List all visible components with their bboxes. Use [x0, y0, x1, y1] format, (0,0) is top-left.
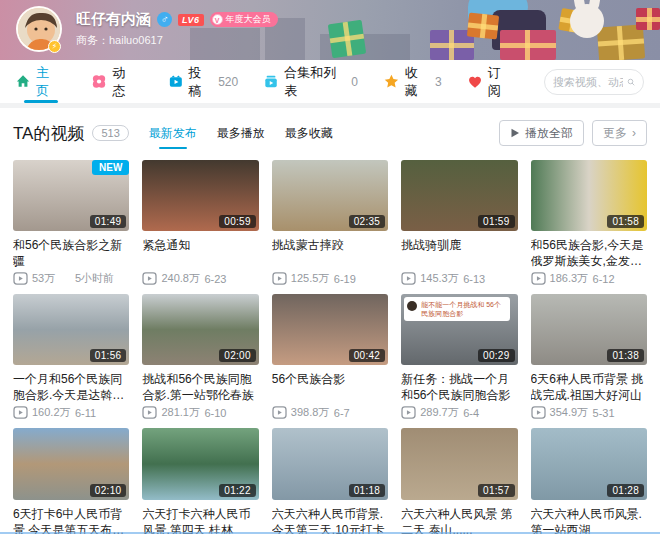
- video-card[interactable]: 01:58 和56民族合影,今天是俄罗斯族美女,金发碧眼 186.3万 6-12: [531, 160, 647, 286]
- video-meta: 53万 5小时前: [13, 271, 129, 286]
- video-card[interactable]: 01:56 一个月和56个民族同胞合影.今天是达斡尔族 160.2万 6-11: [13, 294, 129, 420]
- video-meta: 398.8万 6-7: [272, 405, 388, 420]
- tab-count: 520: [218, 75, 238, 89]
- view-count: 398.8万: [291, 405, 330, 420]
- play-count-icon: [401, 272, 416, 285]
- view-count: 186.3万: [550, 271, 589, 286]
- level-badge: LV6: [178, 14, 204, 26]
- video-card[interactable]: 02:35 挑战蒙古摔跤 125.5万 6-19: [272, 160, 388, 286]
- publish-date: 5小时前: [75, 271, 114, 286]
- video-title[interactable]: 六天六种人民风景 第二天 泰山......: [401, 506, 517, 534]
- duration-badge: 01:56: [90, 349, 127, 362]
- tab-favorites[interactable]: 收藏 3: [384, 60, 442, 103]
- video-thumbnail[interactable]: 02:35: [272, 160, 388, 231]
- video-title[interactable]: 和56民族合影,今天是俄罗斯族美女,金发碧眼: [531, 237, 647, 269]
- video-thumbnail[interactable]: 01:38: [531, 294, 647, 365]
- tab-collections-label: 合集和列表: [284, 64, 345, 100]
- video-meta: 186.3万 6-12: [531, 271, 647, 286]
- more-button[interactable]: 更多 ›: [592, 120, 647, 146]
- search-input[interactable]: [553, 76, 623, 88]
- play-all-button[interactable]: 播放全部: [499, 120, 584, 146]
- tab-collections[interactable]: 合集和列表 0: [264, 60, 358, 103]
- tab-subscriptions-label: 订阅: [488, 64, 512, 100]
- video-card[interactable]: 00:59 紧急通知 240.8万 6-23: [142, 160, 258, 286]
- video-title[interactable]: 新任务：挑战一个月和56个民族同胞合影: [401, 371, 517, 403]
- sort-most-favorited[interactable]: 最多收藏: [285, 125, 333, 142]
- video-thumbnail[interactable]: 01:28: [531, 428, 647, 500]
- sort-newest[interactable]: 最新发布: [149, 125, 197, 142]
- video-thumbnail[interactable]: 01:22: [142, 428, 258, 500]
- video-thumbnail[interactable]: 01:18: [272, 428, 388, 500]
- tab-subscriptions[interactable]: 订阅: [468, 60, 518, 103]
- tab-home[interactable]: 主页: [16, 60, 66, 103]
- play-count-icon: [401, 406, 416, 419]
- video-title[interactable]: 六天打卡六种人民币风景.第四天 桂林: [142, 506, 258, 534]
- gift-box-art: [467, 12, 499, 39]
- view-count: 53万: [32, 271, 55, 286]
- video-title[interactable]: 56个民族合影: [272, 371, 388, 403]
- sort-most-played[interactable]: 最多播放: [217, 125, 265, 142]
- video-title[interactable]: 紧急通知: [142, 237, 258, 269]
- video-thumbnail[interactable]: 00:42: [272, 294, 388, 365]
- duration-badge: 01:49: [90, 215, 127, 228]
- video-title[interactable]: 六天六种人民币背景.今天第三天.10元打卡: [272, 506, 388, 534]
- video-card[interactable]: 02:00 挑战和56个民族同胞合影.第一站鄂伦春族 281.1万 6-10: [142, 294, 258, 420]
- comment-avatar: [407, 301, 417, 311]
- tab-uploads[interactable]: 投稿 520: [169, 60, 238, 103]
- gift-box-art: [328, 20, 366, 58]
- video-title[interactable]: 一个月和56个民族同胞合影.今天是达斡尔族: [13, 371, 129, 403]
- publish-date: 6-11: [75, 407, 96, 419]
- video-thumbnail[interactable]: 02:10: [13, 428, 129, 500]
- video-title[interactable]: 挑战蒙古摔跤: [272, 237, 388, 269]
- search-icon[interactable]: [627, 75, 635, 89]
- vip-badge[interactable]: V年度大会员: [210, 12, 278, 27]
- duration-badge: 02:10: [90, 484, 127, 497]
- video-meta: 240.8万 6-23: [142, 271, 258, 286]
- video-title[interactable]: 挑战和56个民族同胞合影.第一站鄂伦春族: [142, 371, 258, 403]
- vip-badge-icon: V: [212, 14, 223, 25]
- video-grid: NEW 01:49 和56个民族合影之新疆 53万 5小时前 00:59 紧急通…: [13, 160, 647, 534]
- video-thumbnail[interactable]: NEW 01:49: [13, 160, 129, 231]
- video-thumbnail[interactable]: 01:56: [13, 294, 129, 365]
- video-title[interactable]: 挑战骑驯鹿: [401, 237, 517, 269]
- video-card[interactable]: 01:18 六天六种人民币背景.今天第三天.10元打卡: [272, 428, 388, 534]
- video-thumbnail[interactable]: 能不能一个月挑战和 56个民族同胞合影 00:29: [401, 294, 517, 365]
- duration-badge: 00:42: [349, 349, 386, 362]
- duration-badge: 02:00: [219, 349, 256, 362]
- view-count: 281.1万: [161, 405, 200, 420]
- video-card[interactable]: 00:42 56个民族合影 398.8万 6-7: [272, 294, 388, 420]
- gift-box-art: [636, 8, 660, 30]
- video-card[interactable]: 01:28 六天六种人民币风景.第一站西湖: [531, 428, 647, 534]
- video-title[interactable]: 六天六种人民币风景.第一站西湖: [531, 506, 647, 534]
- video-thumbnail[interactable]: 02:00: [142, 294, 258, 365]
- video-title[interactable]: 和56个民族合影之新疆: [13, 237, 129, 269]
- video-title[interactable]: 6天打卡6中人民币背景 今天是第五天布达拉宫: [13, 506, 129, 534]
- video-card[interactable]: 02:10 6天打卡6中人民币背景 今天是第五天布达拉宫: [13, 428, 129, 534]
- video-card[interactable]: 01:22 六天打卡六种人民币风景.第四天 桂林: [142, 428, 258, 534]
- video-thumbnail[interactable]: 01:58: [531, 160, 647, 231]
- username: 旺仔有内涵: [76, 10, 151, 29]
- profile-banner: ⚡ 旺仔有内涵 ♂ LV6 V年度大会员 商务：hailuo0617: [0, 0, 660, 60]
- video-card[interactable]: 01:57 六天六种人民风景 第二天 泰山......: [401, 428, 517, 534]
- video-card[interactable]: 01:59 挑战骑驯鹿 145.3万 6-13: [401, 160, 517, 286]
- video-thumbnail[interactable]: 01:57: [401, 428, 517, 500]
- play-count-icon: [531, 272, 546, 285]
- duration-badge: 01:57: [478, 484, 515, 497]
- video-thumbnail[interactable]: 00:59: [142, 160, 258, 231]
- video-title[interactable]: 6天6种人民币背景 挑战完成.祖国大好河山: [531, 371, 647, 403]
- publish-date: 6-7: [334, 407, 350, 419]
- duration-badge: 01:28: [607, 484, 644, 497]
- video-meta: 125.5万 6-19: [272, 271, 388, 286]
- video-card[interactable]: NEW 01:49 和56个民族合影之新疆 53万 5小时前: [13, 160, 129, 286]
- publish-date: 6-19: [334, 273, 356, 285]
- video-count-pill: 513: [92, 125, 128, 141]
- tab-dynamic[interactable]: 动态: [92, 60, 142, 103]
- search-box: [544, 69, 644, 95]
- video-thumbnail[interactable]: 01:59: [401, 160, 517, 231]
- bunny-plush-art: [570, 4, 604, 38]
- video-card[interactable]: 01:38 6天6种人民币背景 挑战完成.祖国大好河山 354.9万 5-31: [531, 294, 647, 420]
- video-card[interactable]: 能不能一个月挑战和 56个民族同胞合影 00:29 新任务：挑战一个月和56个民…: [401, 294, 517, 420]
- view-count: 125.5万: [291, 271, 330, 286]
- play-all-label: 播放全部: [525, 125, 573, 142]
- banner-art: [190, 28, 260, 60]
